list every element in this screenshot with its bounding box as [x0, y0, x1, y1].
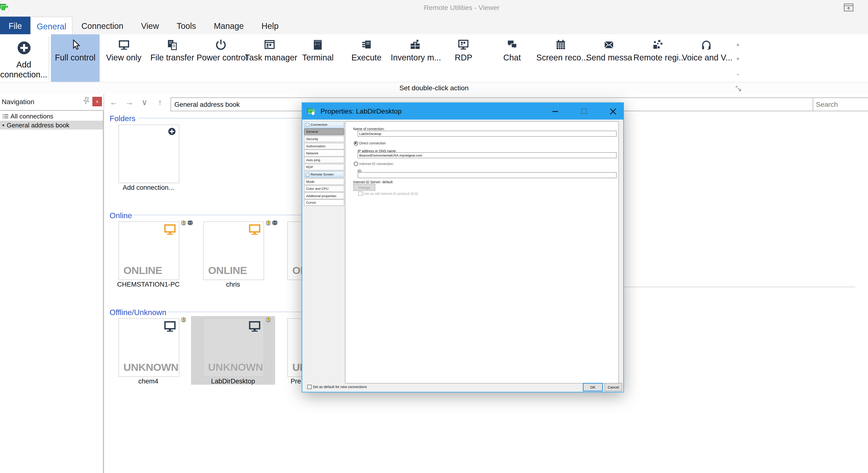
connection-card-labdirdesktop[interactable]: UNKNOWN	[203, 318, 264, 377]
chat-button[interactable]: Chat	[488, 34, 536, 82]
section-divider	[168, 312, 302, 312]
envelope-icon	[602, 38, 616, 52]
task-manager-button[interactable]: Task manager	[245, 34, 294, 82]
ok-button[interactable]: OK	[583, 383, 603, 391]
screen-recorder-button[interactable]: Screen reco...	[536, 34, 585, 82]
execute-button[interactable]: Execute	[342, 34, 391, 82]
tab-file[interactable]: File	[0, 17, 30, 34]
connection-card-chris[interactable]: ONLINE	[203, 221, 264, 280]
dialog-titlebar[interactable]: Properties: LabDirDesktop	[302, 103, 623, 119]
old-protocol-checkbox[interactable]	[358, 191, 362, 196]
search-input[interactable]	[813, 97, 868, 111]
internet-id-server-label: Internet-ID Server: default	[353, 180, 393, 184]
toolbar-label: Terminal	[302, 53, 334, 62]
chevron-down-icon[interactable]: ∨	[141, 97, 148, 107]
id-input[interactable]	[358, 172, 617, 178]
change-button[interactable]: Change	[353, 184, 375, 191]
rdp-badge-icon	[181, 220, 187, 226]
tab-connection[interactable]: Connection	[72, 17, 132, 34]
send-message-button[interactable]: Send messa	[585, 34, 633, 82]
add-plus-icon	[16, 40, 31, 55]
direct-connection-radio[interactable]	[354, 141, 358, 146]
scroll-up-button[interactable]: ▲	[733, 38, 743, 52]
card-name[interactable]: CHEMSTATION1-PC	[108, 281, 188, 288]
tab-help[interactable]: Help	[253, 17, 287, 34]
headphones-icon	[700, 38, 713, 52]
section-divider	[136, 118, 302, 119]
double-click-action-bar: Set double-click action	[0, 82, 868, 95]
card-label[interactable]: Add connection...	[108, 184, 188, 191]
dialog-nav-group-connection[interactable]: − Connection	[304, 121, 344, 128]
card-badges	[266, 317, 271, 323]
registry-blocks-icon	[651, 38, 664, 52]
up-arrow-icon[interactable]: ↑	[156, 97, 164, 107]
execute-icon	[360, 38, 373, 52]
inventory-manager-button[interactable]: Inventory m...	[391, 34, 439, 82]
internet-id-radio[interactable]	[354, 162, 358, 166]
remote-registry-button[interactable]: Remote regi...	[633, 34, 682, 82]
card-badges	[181, 317, 187, 323]
navigation-header: Navigation x	[0, 94, 103, 110]
close-navigation-button[interactable]: x	[92, 97, 102, 106]
maximize-button[interactable]	[579, 106, 589, 116]
connection-name-input[interactable]	[358, 131, 617, 137]
scroll-down-button[interactable]: ▼	[733, 52, 743, 66]
dialog-nav-item-mode[interactable]: Mode	[304, 178, 344, 185]
connection-card-chemstation1[interactable]: ONLINE	[119, 221, 179, 280]
navigation-title: Navigation	[2, 98, 34, 106]
add-connection-button[interactable]: Add connection...	[0, 35, 48, 82]
status-badge: UNKNOWN	[208, 361, 263, 374]
toolbar-overflow-button[interactable]: ⌄	[733, 66, 743, 81]
dialog-nav-item-network[interactable]: Network	[304, 150, 344, 157]
back-arrow-icon[interactable]: ←	[110, 97, 118, 107]
toolbar-label: Task manager	[245, 53, 297, 62]
dialog-nav-item-additional[interactable]: Additional properties	[304, 192, 344, 199]
dialog-nav-item-security[interactable]: Security	[304, 135, 344, 142]
monitor-icon	[117, 38, 130, 52]
view-only-button[interactable]: View only	[99, 34, 148, 82]
toolbar-label: Send messa	[586, 53, 632, 62]
power-control-button[interactable]: Power control	[196, 34, 245, 82]
connection-card-chem4[interactable]: UNKNOWN	[119, 318, 179, 377]
terminal-button[interactable]: C:\ Terminal	[294, 34, 342, 82]
card-name[interactable]: chris	[193, 281, 273, 288]
monitor-icon	[164, 321, 176, 333]
tab-manage[interactable]: Manage	[205, 17, 253, 34]
dialog-nav-item-general[interactable]: General	[304, 128, 344, 135]
dialog-launcher-icon[interactable]	[735, 85, 742, 92]
add-connection-label: Add connection...	[0, 60, 48, 80]
card-name[interactable]: LabDirDesktop	[193, 377, 273, 385]
close-button[interactable]	[608, 106, 618, 116]
toolbar-buttons: Full control View only File transfer P	[51, 34, 731, 82]
nav-item-all-connections[interactable]: All connections	[0, 112, 103, 121]
full-control-button[interactable]: Full control	[51, 34, 99, 82]
card-name[interactable]: chem4	[108, 377, 188, 385]
tab-view[interactable]: View	[132, 17, 168, 34]
rdp-button[interactable]: RDP	[439, 34, 488, 82]
dialog-nav-item-rdp[interactable]: RDP	[304, 164, 344, 170]
set-default-label: Set as default for new connections	[313, 385, 367, 388]
dialog-nav-item-cursor[interactable]: Cursor	[304, 199, 344, 206]
pin-icon[interactable]	[82, 96, 91, 106]
tab-general[interactable]: General	[30, 17, 72, 35]
set-default-checkbox[interactable]	[307, 385, 312, 389]
dialog-nav-item-authorization[interactable]: Authorization	[304, 143, 344, 150]
rdp-badge-icon	[181, 317, 187, 323]
window-titlebar: Remote Utilities - Viewer	[0, 0, 868, 17]
toolbar-label: Execute	[351, 53, 381, 62]
dialog-nav-group-remote-screen[interactable]: − Remote Screen	[304, 171, 344, 178]
dialog-nav-item-color-cpu[interactable]: Color and CPU	[304, 185, 344, 192]
dialog-nav-item-auto-ping[interactable]: Auto ping	[304, 157, 344, 164]
section-divider	[132, 215, 302, 215]
ribbon-collapse-icon[interactable]	[844, 3, 854, 12]
voice-video-button[interactable]: Voice and V...	[682, 34, 731, 82]
tab-tools[interactable]: Tools	[168, 17, 205, 34]
monitor-icon	[249, 224, 261, 236]
minimize-button[interactable]	[550, 106, 560, 116]
nav-item-general-address-book[interactable]: • General address book	[0, 121, 103, 129]
cancel-button[interactable]: Cancel	[604, 383, 622, 391]
file-transfer-button[interactable]: File transfer	[148, 34, 196, 82]
ip-address-input[interactable]	[358, 152, 617, 158]
add-connection-card[interactable]	[119, 125, 179, 183]
forward-arrow-icon[interactable]: →	[125, 97, 133, 107]
